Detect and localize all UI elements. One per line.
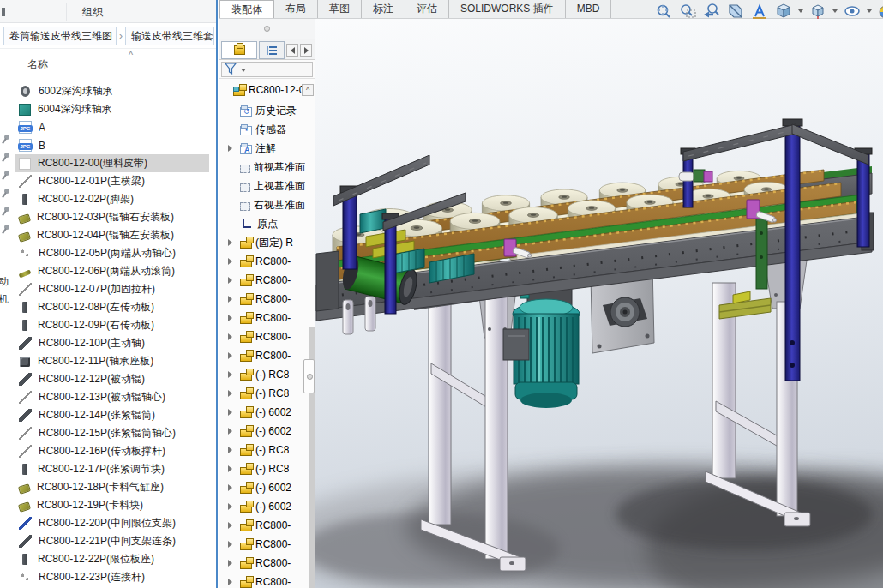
tree-item[interactable]: RC800- — [219, 346, 315, 365]
pin-icon[interactable] — [3, 134, 13, 144]
expand-arrow-icon[interactable] — [228, 239, 232, 246]
tree-item[interactable]: RC800- — [219, 535, 315, 554]
zoom-to-fit-icon[interactable] — [653, 1, 674, 21]
pin-icon[interactable] — [3, 188, 13, 198]
file-row[interactable]: 6004深沟球轴承 — [15, 100, 209, 118]
expand-arrow-icon[interactable] — [228, 428, 232, 435]
file-row[interactable]: RC800-12-13P(被动辊轴心) — [15, 388, 209, 406]
tree-item[interactable]: RC800- — [219, 271, 315, 290]
expand-arrow-icon[interactable] — [228, 522, 232, 529]
file-row[interactable]: RC800-12-18P(卡料气缸座) — [15, 478, 209, 496]
tree-item[interactable]: (-) 6002 — [219, 497, 315, 516]
file-row[interactable]: RC800-12-09P(右传动板) — [15, 316, 209, 334]
tree-item[interactable]: RC800- — [219, 290, 315, 309]
tree-item[interactable]: RC800- — [219, 309, 315, 327]
expand-arrow-icon[interactable] — [228, 409, 232, 416]
tree-item[interactable]: 上视基准面 — [219, 177, 315, 195]
tree-item[interactable]: 历史记录 — [219, 101, 315, 120]
annotation-visibility-icon[interactable] — [749, 1, 770, 21]
file-row[interactable]: RC800-12-23P(连接杆) — [15, 568, 209, 586]
expand-arrow-icon[interactable] — [228, 465, 232, 472]
dropdown-caret-icon[interactable] — [867, 9, 872, 13]
file-row[interactable]: RC800-12-19P(卡料块) — [15, 496, 209, 514]
ribbon-tab[interactable]: 布局 — [274, 0, 318, 18]
tree-item[interactable]: RC800- — [219, 327, 315, 346]
display-style-icon[interactable] — [773, 1, 794, 21]
tree-item[interactable]: (-) RC8 — [219, 384, 315, 403]
file-row[interactable]: RC800-12-21P(中间支架连条) — [15, 532, 209, 550]
nav-item-clipped[interactable]: 图 — [0, 257, 15, 270]
ribbon-tab[interactable]: 标注 — [362, 0, 405, 18]
tab-design-tree[interactable] — [221, 41, 257, 59]
tree-item[interactable]: (-) 6002 — [219, 403, 315, 422]
expand-arrow-icon[interactable] — [228, 371, 232, 378]
expand-arrow-icon[interactable] — [228, 390, 232, 397]
breadcrumb-folder[interactable]: 卷筒输送皮带线三维图 — [3, 27, 117, 45]
nav-item-clipped[interactable]: 图 — [0, 239, 15, 252]
pin-icon[interactable] — [3, 152, 13, 162]
tree-item[interactable]: (-) RC8 — [219, 441, 315, 459]
tab-property-manager[interactable] — [259, 41, 285, 59]
expand-arrow-icon[interactable] — [228, 541, 232, 548]
panel-drag-dot[interactable] — [264, 26, 270, 32]
pin-icon[interactable] — [3, 170, 13, 180]
file-row[interactable]: RC800-12-02P(脚架) — [15, 190, 209, 208]
breadcrumb-folder-current[interactable]: 输送皮带线三维套图 — [125, 27, 214, 45]
tree-item[interactable]: 传感器 — [219, 120, 315, 139]
file-row[interactable]: RC800-12-22P(限位板座) — [15, 550, 209, 568]
file-row[interactable]: RC800-12-12P(被动辊) — [15, 370, 209, 388]
tree-item[interactable]: RC800- — [219, 573, 315, 588]
dropdown-caret-icon[interactable] — [798, 9, 803, 13]
file-row[interactable]: RC800-12-00(理料皮带) — [15, 154, 209, 172]
expand-arrow-icon[interactable] — [228, 503, 232, 510]
file-row[interactable]: JPG B — [15, 136, 209, 154]
ribbon-tab[interactable]: SOLIDWORKS 插件 — [449, 0, 566, 18]
tree-filter-bar[interactable] — [219, 60, 315, 79]
panel-next-arrow[interactable] — [300, 44, 312, 57]
tree-item[interactable]: (固定) R — [219, 233, 315, 252]
pin-icon[interactable] — [3, 224, 13, 234]
zoom-to-area-icon[interactable] — [677, 1, 698, 21]
file-row[interactable]: RC800-12-06P(两端从动滚筒) — [15, 262, 209, 280]
edit-appearance-icon[interactable] — [876, 1, 883, 21]
pin-icon[interactable] — [3, 206, 13, 216]
dropdown-caret-icon[interactable] — [832, 9, 838, 13]
ribbon-tab[interactable]: MBD — [566, 0, 612, 18]
expand-arrow-icon[interactable] — [228, 145, 232, 152]
graphics-viewport[interactable] — [219, 19, 883, 588]
file-row[interactable]: JPG A — [15, 118, 209, 136]
file-row[interactable]: RC800-12-04P(辊轴左安装板) — [15, 226, 209, 244]
previous-view-icon[interactable] — [701, 1, 722, 21]
file-row[interactable]: RC800-12-15P(张紧辊筒轴心) — [15, 424, 209, 442]
file-row[interactable]: RC800-12-14P(张紧辊筒) — [15, 406, 209, 424]
tree-item[interactable]: RC800- — [219, 554, 315, 573]
file-row[interactable]: 6002深沟球轴承 — [15, 82, 209, 100]
expand-arrow-icon[interactable] — [228, 315, 232, 321]
nav-item-clipped[interactable]: 流动 — [0, 275, 15, 288]
tree-item[interactable]: (-) RC8 — [219, 459, 315, 478]
nav-item-clipped[interactable]: 配机 — [0, 293, 15, 306]
tree-item[interactable]: 右视基准面 — [219, 195, 315, 214]
file-row[interactable]: RC800-12-17P(张紧调节块) — [15, 460, 209, 478]
panel-prev-arrow[interactable] — [286, 44, 298, 57]
expand-arrow-icon[interactable] — [228, 296, 232, 303]
tree-item[interactable]: 注解 — [219, 139, 315, 158]
ribbon-tab[interactable]: 装配体 — [219, 0, 274, 18]
name-column-label[interactable]: 名称 — [27, 57, 48, 72]
ribbon-tab[interactable]: 评估 — [405, 0, 449, 18]
view-orientation-icon[interactable] — [808, 1, 828, 21]
ribbon-tab[interactable]: 草图 — [318, 0, 362, 18]
expand-arrow-icon[interactable] — [228, 333, 232, 340]
file-row[interactable]: RC800-12-10P(主动轴) — [15, 334, 209, 352]
expand-arrow-icon[interactable] — [228, 579, 232, 585]
expand-arrow-icon[interactable] — [228, 560, 232, 567]
tree-item[interactable]: 原点 — [219, 214, 315, 233]
tree-item[interactable]: 前视基准面 — [219, 158, 315, 177]
tree-scroll-up-button[interactable]: ^ — [302, 84, 314, 96]
tree-item[interactable]: (-) 6002 — [219, 422, 315, 441]
file-row[interactable]: RC800-12-08P(左传动板) — [15, 298, 209, 316]
file-row[interactable]: RC800-12-16P(传动板撑杆) — [15, 442, 209, 460]
file-row[interactable]: RC800-12-07P(加固拉杆) — [15, 280, 209, 298]
organize-button[interactable]: 组织 — [82, 5, 103, 20]
expand-arrow-icon[interactable] — [228, 277, 232, 284]
